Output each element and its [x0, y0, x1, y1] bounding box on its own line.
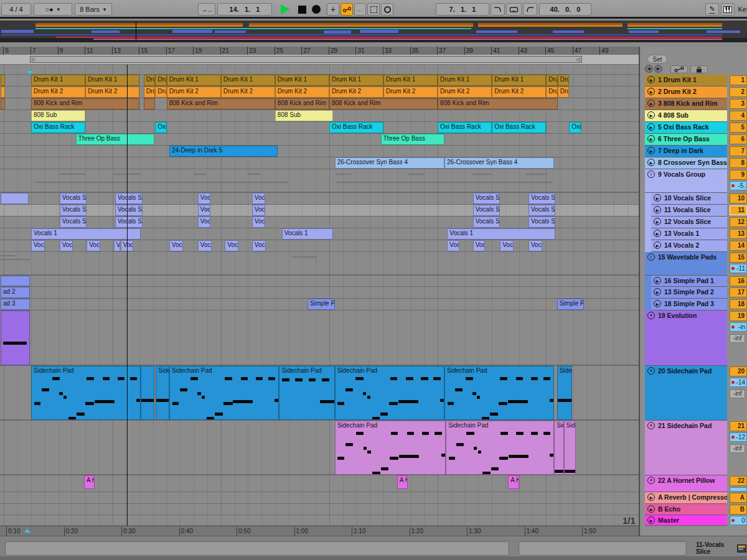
- track-number-box[interactable]: 22: [730, 476, 747, 486]
- clip[interactable]: Vocals Slice: [252, 205, 265, 216]
- track-number-box[interactable]: 8: [730, 158, 747, 168]
- clip[interactable]: Drum Kit 2: [275, 86, 329, 98]
- track-play-icon[interactable]: ▶: [654, 300, 661, 307]
- clip[interactable]: Sidechain Pad: [446, 421, 554, 475]
- metronome-button[interactable]: ○● ▼: [34, 3, 72, 16]
- track-header[interactable]: ▶2 Drum Kit 2: [645, 86, 727, 98]
- draw-selection-button[interactable]: [367, 3, 380, 16]
- track-play-icon[interactable]: ▶: [654, 230, 661, 237]
- clip[interactable]: Drum Kit 2: [546, 86, 558, 98]
- fold-triangle-icon[interactable]: ▼: [647, 312, 655, 319]
- clip[interactable]: Vocals Slice: [529, 205, 556, 216]
- clip[interactable]: ad 2: [1, 287, 30, 298]
- track-number-box[interactable]: 10: [730, 194, 747, 203]
- clip[interactable]: A Hornet Pillow: [508, 475, 519, 489]
- clip[interactable]: Vocals 2: [169, 240, 183, 251]
- clip[interactable]: [141, 366, 154, 420]
- clip[interactable]: [1, 75, 5, 86]
- clip[interactable]: Drum Kit 2: [438, 86, 492, 98]
- clip[interactable]: Vocals 2: [225, 240, 238, 251]
- clip[interactable]: Drum Kit 1: [329, 75, 383, 86]
- key-map-button[interactable]: Key: [736, 3, 747, 16]
- clip[interactable]: 808 Sub: [275, 110, 334, 121]
- clip[interactable]: Sidechain Pad: [335, 421, 446, 475]
- clip[interactable]: Three Op Bass: [381, 134, 444, 145]
- clip[interactable]: Drum Kit 1: [492, 75, 546, 86]
- track-volume-box[interactable]: -5.: [730, 181, 747, 190]
- arrangement-start-marker[interactable]: [27, 71, 33, 75]
- track-header[interactable]: ▶13 Simple Pad 2: [651, 287, 727, 299]
- clip[interactable]: Sidechain Pad: [444, 366, 554, 420]
- clip[interactable]: Vocals Slice: [252, 217, 265, 228]
- loop-start-marker[interactable]: ▷: [32, 57, 35, 62]
- clip[interactable]: Vocals Slice: [473, 193, 500, 204]
- track-play-icon[interactable]: ▶: [647, 505, 655, 513]
- clip[interactable]: Vocals Slice: [473, 205, 500, 216]
- clip[interactable]: [144, 98, 156, 110]
- clip[interactable]: Vocals 2: [500, 240, 514, 251]
- time-ruler[interactable]: 0:100:200:300:400:501:001:101:201:301:40…: [0, 526, 640, 536]
- clip[interactable]: Sidechain Pad: [31, 366, 141, 420]
- computer-midi-keyboard-button[interactable]: [721, 3, 735, 16]
- track-number-box[interactable]: 2: [730, 87, 747, 97]
- track-number-box[interactable]: 9: [730, 170, 747, 180]
- clip[interactable]: [1, 193, 29, 204]
- clip[interactable]: Vocals Slice: [115, 217, 143, 228]
- track-volume-box[interactable]: -14: [730, 378, 747, 387]
- track-lane[interactable]: [0, 475, 640, 492]
- clip[interactable]: Drum Kit 2: [31, 86, 85, 98]
- track-number-box[interactable]: 21: [730, 421, 747, 431]
- track-number-box[interactable]: 16: [730, 276, 747, 286]
- track-play-icon[interactable]: ▶: [647, 159, 655, 166]
- track-volume-box-partial[interactable]: [730, 487, 747, 492]
- clip[interactable]: Drum Kit 2: [155, 86, 167, 98]
- clip[interactable]: Vocals 1: [447, 228, 555, 240]
- track-header[interactable]: ▶1 Drum Kit 1: [645, 75, 727, 86]
- clip[interactable]: Vocals Slice: [60, 217, 87, 228]
- clip[interactable]: Vocals Slice: [198, 193, 211, 204]
- track-play-icon[interactable]: ▶: [647, 516, 655, 524]
- arrangement-position-display[interactable]: 14. 1. 1: [217, 3, 272, 16]
- track-header[interactable]: ▶7 Deep in Dark: [645, 146, 727, 157]
- clip[interactable]: Vocals 2: [447, 240, 459, 251]
- clip[interactable]: 808 Kick and Rim: [438, 98, 558, 110]
- clip[interactable]: Vocals Slice: [529, 193, 556, 204]
- clip[interactable]: Vocals 1: [282, 228, 334, 240]
- track-header[interactable]: ▼20 Sidechain Pad: [645, 366, 727, 421]
- track-number-box[interactable]: 11: [730, 205, 747, 215]
- arrangement-overview[interactable]: [0, 21, 747, 42]
- clip[interactable]: [1, 310, 30, 365]
- clip[interactable]: Sidechain Pad: [335, 366, 444, 420]
- track-header[interactable]: ▶4 808 Sub: [645, 110, 727, 122]
- prev-arrow-button[interactable]: ◄: [645, 65, 653, 73]
- track-volume-box[interactable]: -12: [730, 432, 747, 442]
- track-lane[interactable]: [0, 287, 640, 299]
- clip[interactable]: Sidechain Pad: [169, 366, 279, 420]
- clip[interactable]: Vocals 2: [198, 240, 212, 251]
- clip[interactable]: Drum Kit 1: [85, 75, 139, 86]
- track-play-icon[interactable]: ▶: [654, 241, 661, 249]
- track-header[interactable]: ▶16 Simple Pad 1: [651, 276, 727, 287]
- clip[interactable]: Vocals 2: [60, 240, 73, 251]
- track-play-icon[interactable]: ▶: [647, 88, 655, 95]
- track-number-box[interactable]: 6: [730, 134, 747, 144]
- draw-mode-button[interactable]: ✎: [705, 3, 719, 16]
- track-number-box[interactable]: B: [730, 505, 747, 515]
- track-number-box[interactable]: 4: [730, 111, 747, 121]
- clip[interactable]: Vocals Slice: [115, 205, 143, 216]
- track-lane[interactable]: [0, 146, 640, 157]
- track-play-icon[interactable]: ▶: [647, 111, 655, 119]
- track-play-icon[interactable]: ▶: [647, 100, 655, 107]
- loop-brace[interactable]: ▷ ◁: [30, 56, 582, 63]
- clip[interactable]: Vocals Slice: [115, 193, 143, 204]
- track-play-icon[interactable]: ▶: [654, 206, 661, 213]
- clip[interactable]: 26-Crossover Syn Bass 4: [444, 157, 554, 169]
- clip[interactable]: Vocals 2: [473, 240, 486, 251]
- clip[interactable]: Drum Kit 1: [144, 75, 156, 86]
- clip[interactable]: Sidechain Pad: [156, 366, 169, 420]
- track-volume-box[interactable]: -11: [730, 264, 747, 273]
- fold-triangle-icon[interactable]: ▼: [647, 477, 655, 484]
- clip[interactable]: [1, 86, 5, 98]
- beat-time-ruler[interactable]: 5791113151719212325272931333537394143454…: [0, 47, 640, 55]
- clip[interactable]: Vocals 2: [31, 240, 45, 251]
